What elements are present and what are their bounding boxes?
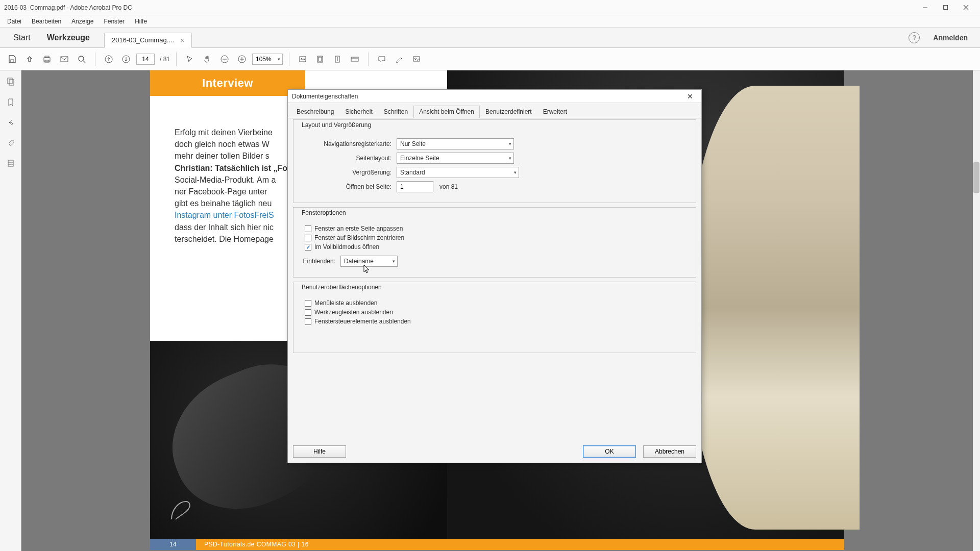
open-page-label: Öffnen bei Seite:: [300, 183, 397, 190]
tab-tools[interactable]: Werkzeuge: [39, 33, 98, 42]
chk-fullscreen[interactable]: [305, 244, 311, 251]
document-tab[interactable]: 2016-03_Commag.... ×: [104, 33, 192, 48]
dialog-close-button[interactable]: ✕: [683, 91, 697, 102]
hand-tool-icon[interactable]: [200, 52, 214, 66]
svg-rect-27: [9, 80, 14, 85]
maximize-button[interactable]: [935, 2, 955, 14]
dialog-title: Dokumenteigenschaften: [292, 93, 358, 100]
tab-advanced[interactable]: Erweitert: [537, 106, 573, 118]
svg-point-9: [79, 56, 84, 61]
page-number-input[interactable]: [136, 54, 155, 65]
menu-edit[interactable]: Bearbeiten: [27, 15, 66, 27]
layers-icon[interactable]: [5, 157, 17, 169]
back-icon[interactable]: [5, 116, 17, 129]
highlight-icon[interactable]: [392, 52, 406, 66]
save-icon[interactable]: [5, 52, 19, 66]
close-tab-icon[interactable]: ×: [180, 36, 184, 44]
minimize-button[interactable]: [915, 2, 935, 14]
group-layout: Layout und Vergrößerung Navigationsregis…: [293, 119, 696, 203]
dialog-body: Layout und Vergrößerung Navigationsregis…: [288, 118, 701, 362]
signin-button[interactable]: Anmelden: [926, 34, 975, 42]
print-icon[interactable]: [40, 52, 54, 66]
tab-fonts[interactable]: Schriften: [378, 106, 413, 118]
tab-custom[interactable]: Benutzerdefiniert: [480, 106, 537, 118]
open-page-of: von 81: [439, 183, 458, 190]
layout-label: Seitenlayout:: [300, 155, 397, 162]
page-info-label: PSD-Tutorials.de COMMAG 03 | 16: [196, 539, 844, 550]
menu-window[interactable]: Fenster: [99, 15, 130, 27]
fit-width-icon[interactable]: [296, 52, 310, 66]
dialog-tabs: Beschreibung Sicherheit Schriften Ansich…: [288, 103, 701, 118]
dialog-titlebar[interactable]: Dokumenteigenschaften ✕: [288, 90, 701, 103]
menu-view[interactable]: Anzeige: [66, 15, 99, 27]
tab-initial-view[interactable]: Ansicht beim Öffnen: [413, 106, 480, 118]
svg-rect-6: [45, 56, 49, 58]
prev-page-icon[interactable]: [102, 52, 116, 66]
tab-security[interactable]: Sicherheit: [339, 106, 378, 118]
magnification-dropdown[interactable]: Standard▾: [397, 167, 519, 178]
thumbnails-icon[interactable]: [5, 76, 17, 88]
chk-fit-window[interactable]: [305, 226, 311, 232]
menu-file[interactable]: Datei: [2, 15, 27, 27]
svg-rect-20: [318, 57, 322, 61]
group-window-title: Fensteroptionen: [300, 209, 348, 216]
chk-hide-controls-label: Fenstersteuerelemente ausblenden: [314, 318, 411, 325]
help-icon[interactable]: ?: [909, 32, 920, 43]
fit-page-icon[interactable]: [313, 52, 327, 66]
vertical-scrollbar[interactable]: [973, 70, 980, 551]
svg-rect-22: [351, 57, 358, 61]
close-button[interactable]: [955, 2, 976, 14]
show-dropdown[interactable]: Dateiname▾: [340, 256, 398, 267]
chk-hide-toolbars-label: Werkzeugleisten ausblenden: [314, 309, 393, 316]
open-page-input[interactable]: [397, 181, 433, 192]
layout-dropdown[interactable]: Einzelne Seite▾: [397, 153, 514, 164]
fit-height-icon[interactable]: [330, 52, 345, 66]
help-button[interactable]: Hilfe: [293, 445, 346, 458]
zoom-out-icon[interactable]: [217, 52, 232, 66]
comment-icon[interactable]: [375, 52, 389, 66]
group-window-options: Fensteroptionen Fenster an erste Seite a…: [293, 207, 696, 278]
nav-dropdown[interactable]: Nur Seite▾: [397, 138, 514, 149]
group-ui-options: Benutzeroberflächenoptionen Menüleiste a…: [293, 282, 696, 353]
svg-rect-4: [11, 60, 14, 62]
ok-button[interactable]: OK: [583, 445, 636, 458]
chk-fit-label: Fenster an erste Seite anpassen: [314, 225, 403, 232]
menu-help[interactable]: Hilfe: [130, 15, 152, 27]
page-footer-bar: 14 PSD-Tutorials.de COMMAG 03 | 16: [150, 539, 844, 550]
attachments-icon[interactable]: [5, 137, 17, 149]
cancel-button[interactable]: Abbrechen: [643, 445, 696, 458]
show-label: Einblenden:: [300, 258, 340, 265]
document-properties-dialog: Dokumenteigenschaften ✕ Beschreibung Sic…: [287, 89, 702, 463]
chk-center-window[interactable]: [305, 235, 311, 241]
page-total-label: / 81: [160, 56, 170, 63]
svg-line-10: [83, 61, 85, 63]
svg-rect-28: [8, 160, 13, 166]
stamp-icon[interactable]: [409, 52, 424, 66]
scrollbar-thumb[interactable]: [973, 162, 979, 193]
zoom-in-icon[interactable]: [235, 52, 249, 66]
chk-hide-controls[interactable]: [305, 318, 311, 325]
document-tab-label: 2016-03_Commag....: [112, 36, 174, 44]
svg-point-25: [415, 58, 416, 59]
nav-label: Navigationsregisterkarte:: [300, 140, 397, 147]
window-title: 2016-03_Commag.pdf - Adobe Acrobat Pro D…: [4, 4, 132, 11]
next-page-icon[interactable]: [119, 52, 133, 66]
selection-tool-icon[interactable]: [183, 52, 197, 66]
group-layout-title: Layout und Vergrößerung: [300, 121, 373, 129]
cloud-icon[interactable]: [22, 52, 37, 66]
dialog-footer: Hilfe OK Abbrechen: [293, 445, 696, 458]
page-number-badge: 14: [150, 539, 196, 550]
mail-icon[interactable]: [57, 52, 71, 66]
tab-description[interactable]: Beschreibung: [291, 106, 339, 118]
zoom-select[interactable]: 105%▾: [252, 54, 283, 65]
svg-rect-1: [943, 6, 947, 10]
read-mode-icon[interactable]: [348, 52, 362, 66]
chk-hide-toolbars[interactable]: [305, 309, 311, 316]
bookmarks-icon[interactable]: [5, 96, 17, 108]
svg-rect-26: [8, 78, 12, 84]
left-sidebar: ◂: [0, 70, 21, 551]
toolbar: / 81 105%▾: [0, 48, 980, 70]
search-icon[interactable]: [75, 52, 89, 66]
tab-start[interactable]: Start: [5, 33, 39, 42]
chk-hide-menubar[interactable]: [305, 300, 311, 307]
